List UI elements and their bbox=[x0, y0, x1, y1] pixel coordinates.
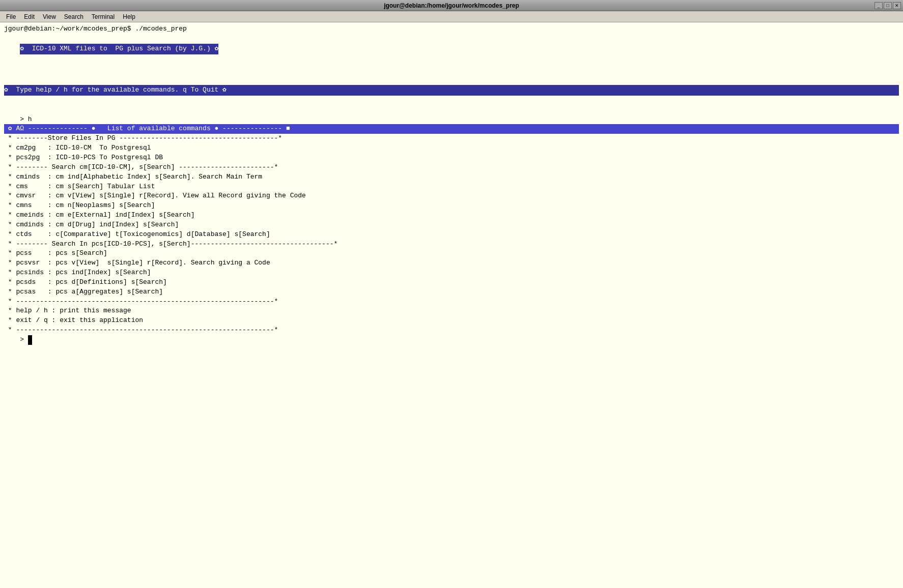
menubar-item-terminal[interactable]: Terminal bbox=[88, 12, 119, 21]
minimize-button[interactable]: _ bbox=[874, 2, 883, 9]
titlebar: jgour@debian:/home/jgour/work/mcodes_pre… bbox=[0, 0, 903, 11]
menubar-item-help[interactable]: Help bbox=[119, 12, 139, 21]
close-button[interactable]: ✕ bbox=[893, 2, 901, 9]
menubar-item-file[interactable]: File bbox=[2, 12, 20, 21]
window-controls: _ □ ✕ bbox=[874, 2, 901, 9]
terminal-line-5: * cms : cm s[Search] Tabular List bbox=[4, 182, 899, 192]
banner-line-1: ✿ ICD-10 XML files to PG plus Search (by… bbox=[4, 34, 899, 64]
terminal-line-6: * cmvsr : cm v[View] s[Single] r[Record]… bbox=[4, 191, 899, 201]
terminal-line-19: * exit / q : exit this application bbox=[4, 316, 899, 326]
terminal-line-11: * -------- Search In pcs[ICD-10-PCS], s[… bbox=[4, 240, 899, 249]
terminal-line-8: * cmeinds : cm e[External] ind[Index] s[… bbox=[4, 211, 899, 220]
terminal-window[interactable]: jgour@debian:~/work/mcodes_prep$ ./mcode… bbox=[0, 22, 903, 588]
maximize-button[interactable]: □ bbox=[884, 2, 892, 9]
terminal-line-16: * pcsas : pcs a[Aggregates] s[Search] bbox=[4, 287, 899, 297]
user-input-line: > h bbox=[4, 115, 899, 125]
terminal-line-9: * cmdinds : cm d[Drug] ind[Index] s[Sear… bbox=[4, 220, 899, 230]
terminal-line-20: * --------------------------------------… bbox=[4, 326, 899, 335]
terminal-line-18: * help / h : print this message bbox=[4, 306, 899, 316]
terminal-line-1: * cm2pg : ICD-10-CM To Postgresql bbox=[4, 143, 899, 153]
window-title: jgour@debian:/home/jgour/work/mcodes_pre… bbox=[384, 2, 519, 9]
terminal-line-2: * pcs2pg : ICD-10-PCS To Postgresql DB bbox=[4, 153, 899, 163]
terminal-line-12: * pcss : pcs s[Search] bbox=[4, 249, 899, 258]
instruction-line: ✿ Type help / h for the available comman… bbox=[4, 66, 899, 114]
terminal-line-7: * cmns : cm n[Neoplasms] s[Search] bbox=[4, 201, 899, 211]
terminal-line-13: * pcsvsr : pcs v[View] s[Single] r[Recor… bbox=[4, 258, 899, 268]
instruction-text: ✿ Type help / h for the available comman… bbox=[4, 85, 899, 96]
menubar: FileEditViewSearchTerminalHelp bbox=[0, 11, 903, 22]
menubar-item-edit[interactable]: Edit bbox=[20, 12, 39, 21]
terminal-line-14: * pcsinds : pcs ind[Index] s[Search] bbox=[4, 268, 899, 278]
terminal-line-17: * --------------------------------------… bbox=[4, 297, 899, 307]
terminal-line-22: > bbox=[4, 335, 899, 345]
banner-text-1: ✿ ICD-10 XML files to PG plus Search (by… bbox=[20, 44, 218, 54]
menubar-item-search[interactable]: Search bbox=[60, 12, 88, 21]
menubar-item-view[interactable]: View bbox=[39, 12, 60, 21]
terminal-line-0: * --------Store Files In PG ------------… bbox=[4, 134, 899, 143]
cursor bbox=[28, 335, 32, 345]
terminal-line-15: * pcsds : pcs d[Definitions] s[Search] bbox=[4, 278, 899, 287]
content-area: * --------Store Files In PG ------------… bbox=[4, 134, 899, 345]
terminal-line-4: * cminds : cm ind[Alphabetic Index] s[Se… bbox=[4, 172, 899, 182]
terminal-line-10: * ctds : c[Comparative] t[Toxicogenomics… bbox=[4, 230, 899, 240]
cmd-header-line: ✿ AΩ --------------- ● List of available… bbox=[4, 124, 899, 134]
terminal-line-3: * -------- Search cm[ICD-10-CM], s[Searc… bbox=[4, 163, 899, 172]
initial-prompt: jgour@debian:~/work/mcodes_prep$ ./mcode… bbox=[4, 24, 899, 34]
